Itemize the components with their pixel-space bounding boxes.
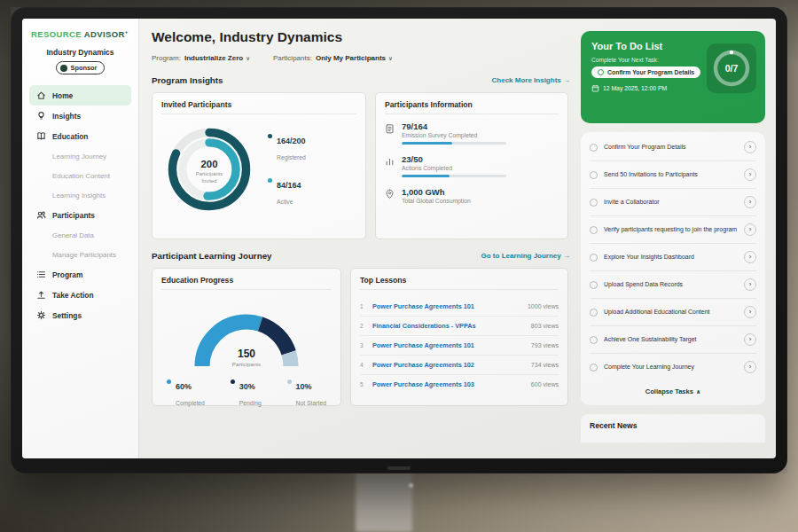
sidebar-item-general-data[interactable]: General Data: [29, 225, 131, 245]
card-title: Education Progress: [161, 276, 332, 290]
sidebar-item-label: Learning Insights: [52, 192, 106, 200]
sidebar-item-learning-journey[interactable]: Learning Journey: [29, 146, 131, 166]
page-title: Welcome, Industry Dynamics: [152, 29, 570, 45]
task-checkbox[interactable]: [590, 281, 598, 289]
upload-icon: [36, 290, 46, 300]
legend-registered: 164/200 Registered: [268, 131, 306, 163]
todo-task-row[interactable]: Send 50 Invitations to Participants ›: [590, 161, 756, 189]
lesson-link[interactable]: Power Purchase Agreements 101: [372, 341, 526, 349]
program-dropdown-label: Program:: [152, 54, 181, 62]
legend-value: 10%: [296, 382, 312, 391]
lesson-link[interactable]: Power Purchase Agreements 103: [372, 380, 526, 388]
sidebar-item-education[interactable]: Education: [29, 126, 131, 146]
chevron-right-icon: ›: [744, 306, 756, 318]
todo-task-row[interactable]: Upload Spend Data Records ›: [590, 271, 756, 299]
program-dropdown[interactable]: Program: Industrialize Zero ∨: [152, 54, 250, 62]
todo-task-row[interactable]: Verify participants requesting to join t…: [590, 216, 756, 244]
go-to-learning-journey-link[interactable]: Go to Learning Journey →: [481, 252, 570, 260]
legend-label: Active: [277, 199, 293, 205]
sidebar-item-settings[interactable]: Settings: [29, 305, 131, 325]
legend-label: Registered: [277, 154, 306, 160]
sidebar-item-label: General Data: [52, 231, 94, 239]
lesson-link[interactable]: Power Purchase Agreements 101: [372, 302, 522, 310]
stat-label: Actions Completed: [402, 165, 506, 171]
task-label: Verify participants requesting to join t…: [604, 225, 738, 234]
todo-task-row[interactable]: Invite a Collaborator ›: [590, 189, 756, 216]
legend-dot: [167, 379, 171, 384]
task-checkbox[interactable]: [590, 171, 598, 179]
task-checkbox[interactable]: [590, 144, 598, 152]
sidebar-item-manage-participants[interactable]: Manage Participants: [29, 245, 131, 264]
legend-label: Not Started: [296, 400, 326, 406]
sidebar-item-label: Settings: [52, 311, 82, 320]
chevron-right-icon: ›: [744, 196, 756, 208]
todo-task-row[interactable]: Confirm Your Program Details ›: [590, 134, 756, 161]
sidebar-item-program[interactable]: Program: [29, 264, 131, 285]
lesson-link[interactable]: Power Purchase Agreements 102: [372, 361, 526, 369]
todo-task-row[interactable]: Upload Additional Educational Content ›: [590, 299, 756, 326]
lesson-link[interactable]: Financial Considerations - VPPAs: [372, 322, 526, 330]
arrow-right-icon: →: [563, 252, 570, 260]
stat-progress-fill: [402, 175, 450, 177]
calendar-icon: [591, 84, 599, 92]
stat-global-consumption: 1,000 GWh Total Global Consumption: [385, 187, 559, 204]
book-icon: [36, 131, 46, 141]
chevron-right-icon: ›: [744, 251, 756, 263]
sidebar-item-label: Manage Participants: [52, 251, 116, 259]
task-checkbox[interactable]: [590, 254, 598, 262]
sidebar-item-home[interactable]: Home: [29, 85, 131, 106]
stat-label: Emission Survey Completed: [402, 132, 506, 138]
task-label: Upload Additional Educational Content: [604, 308, 738, 317]
collapse-label: Collapse Tasks: [645, 387, 693, 395]
sidebar-item-label: Participants: [52, 211, 95, 220]
sidebar-item-participants[interactable]: Participants: [29, 205, 131, 225]
insights-cards-row: Invited Participants 200 Participants In…: [152, 92, 570, 239]
task-checkbox[interactable]: [590, 226, 598, 234]
home-icon: [36, 90, 46, 100]
list-icon: [36, 270, 46, 279]
sidebar-item-take-action[interactable]: Take Action: [29, 285, 131, 305]
task-checkbox: [598, 69, 604, 75]
link-label: Check More Insights: [492, 76, 561, 84]
todo-summary-card: Your To Do List Complete Your Next Task:…: [581, 31, 765, 123]
todo-panel: Your To Do List Complete Your Next Task:…: [579, 19, 776, 458]
lesson-rank: 5: [360, 381, 367, 387]
learning-cards-row: Education Progress 150 Participants: [152, 268, 570, 406]
stat-actions-completed: 23/50 Actions Completed: [385, 154, 559, 177]
arrow-right-icon: →: [563, 76, 570, 84]
lesson-row: 5 Power Purchase Agreements 103 600 view…: [360, 375, 559, 394]
collapse-tasks-button[interactable]: Collapse Tasks∧: [590, 380, 756, 403]
sidebar-item-insights[interactable]: Insights: [29, 106, 131, 126]
check-more-insights-link[interactable]: Check More Insights →: [492, 76, 570, 84]
sponsor-badge-label: Sponsor: [71, 64, 98, 72]
program-dropdown-value: Industrialize Zero: [184, 54, 243, 62]
participants-dropdown[interactable]: Participants: Only My Participants ∨: [273, 54, 393, 62]
lesson-rank: 3: [360, 342, 367, 348]
todo-task-row[interactable]: Explore Your Insights Dashboard ›: [590, 244, 756, 271]
todo-task-list: Confirm Your Program Details › Send 50 I…: [581, 132, 765, 405]
progress-track: [402, 175, 506, 177]
card-title: Invited Participants: [161, 100, 356, 114]
task-checkbox[interactable]: [590, 199, 598, 207]
sidebar-item-education-content[interactable]: Education Content: [29, 166, 131, 185]
monitor-stand: [356, 468, 412, 532]
sidebar: RESOURCE ADVISOR+ Industry Dynamics Spon…: [22, 19, 139, 458]
task-checkbox[interactable]: [590, 364, 598, 372]
task-checkbox[interactable]: [590, 309, 598, 317]
gauge-center-label: Participants: [232, 361, 261, 367]
todo-progress-ring: 0/7: [707, 43, 756, 93]
lesson-rank: 2: [360, 323, 367, 329]
todo-task-row[interactable]: Achieve One Sustainability Target ›: [590, 326, 756, 354]
sidebar-item-learning-insights[interactable]: Learning Insights: [29, 185, 131, 205]
legend-active: 84/164 Active: [268, 176, 306, 207]
task-checkbox[interactable]: [590, 336, 598, 344]
sidebar-item-label: Program: [52, 270, 82, 279]
main-content: Welcome, Industry Dynamics Program: Indu…: [139, 19, 579, 458]
lesson-views: 734 views: [531, 362, 559, 368]
legend-value: 30%: [239, 382, 255, 391]
sidebar-item-label: Education Content: [52, 172, 110, 180]
todo-task-row[interactable]: Complete Your Learning Journey ›: [590, 354, 756, 380]
card-title: Top Lessons: [360, 276, 559, 290]
next-task-pill[interactable]: Confirm Your Program Details: [591, 66, 700, 78]
sponsor-badge[interactable]: Sponsor: [56, 61, 106, 74]
